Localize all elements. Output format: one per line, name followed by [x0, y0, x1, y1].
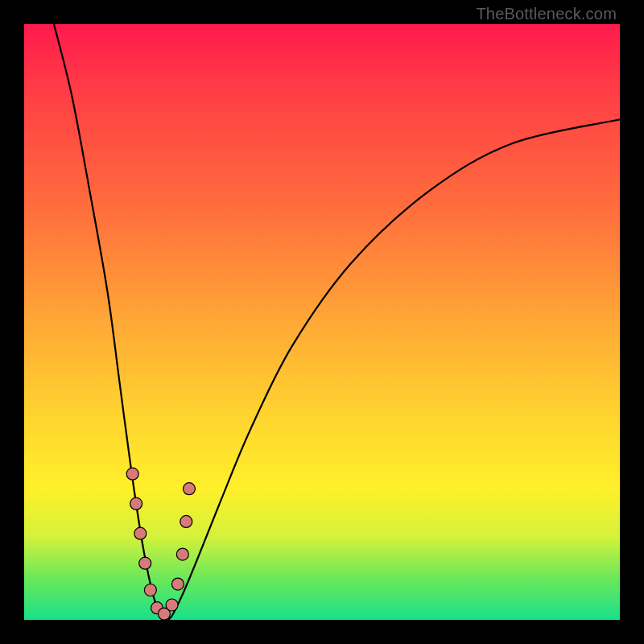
bead-marker — [180, 515, 192, 527]
bead-marker — [144, 584, 156, 597]
chart-frame: TheBottleneck.com — [0, 0, 644, 644]
bead-marker — [166, 599, 178, 611]
plot-area — [24, 24, 620, 620]
bead-marker — [171, 578, 184, 590]
curve-svg — [24, 24, 620, 620]
bead-marker — [134, 527, 147, 539]
bead-marker — [176, 548, 188, 560]
watermark-text: TheBottleneck.com — [476, 5, 617, 23]
bead-marker — [126, 468, 138, 480]
bead-markers — [126, 468, 195, 620]
bead-marker — [139, 557, 151, 569]
bead-marker — [183, 483, 195, 495]
bead-marker — [130, 497, 142, 510]
